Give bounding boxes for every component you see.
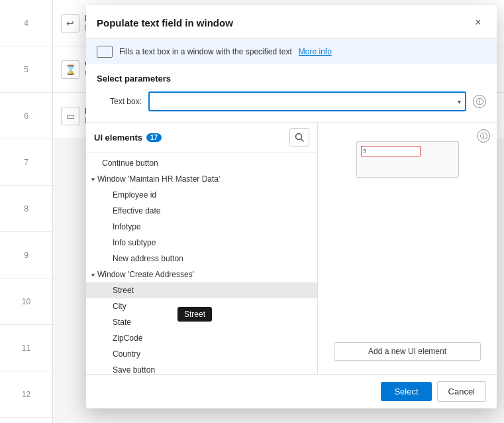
ui-elements-badge: 17 (146, 133, 162, 142)
text-box-info-button[interactable]: ⓘ (473, 95, 486, 108)
add-ui-element-button[interactable]: Add a new UI element (334, 342, 480, 361)
list-item-window-hr[interactable]: ▾ Window 'Maintain HR Master Data' (86, 171, 317, 187)
close-button[interactable]: × (470, 15, 486, 30)
info-subtype-label: Info subtype (113, 238, 156, 247)
row-11: 11 (0, 325, 52, 371)
search-icon (295, 133, 304, 142)
list-item-zipcode[interactable]: ZipCode (86, 330, 317, 346)
window-create-label: Window 'Create Addresses' (97, 270, 194, 279)
cancel-button[interactable]: Cancel (437, 381, 486, 402)
text-box-label: Text box: (97, 97, 142, 106)
dialog-body: UI elements 17 Continue button ▾ (86, 122, 497, 374)
background-rows: 4 5 6 7 8 9 10 11 12 (0, 0, 53, 423)
row-8: 8 (0, 186, 52, 232)
task-4-icon: ↩ (61, 14, 79, 32)
text-box-row: Text box: ▾ ⓘ (97, 91, 486, 111)
dialog-header: Populate text field in window × (86, 5, 497, 39)
row-5: 5 (0, 46, 52, 93)
task-6-icon: ▭ (61, 107, 79, 125)
preview-panel: ⓘ s Add a new UI element (318, 123, 497, 374)
preview-field: s (361, 146, 421, 156)
list-item-effective-date[interactable]: Effective date (86, 203, 317, 219)
dialog-title: Populate text field in window (97, 17, 233, 29)
row-9: 9 (0, 232, 52, 278)
continue-button-label: Continue button (102, 158, 158, 168)
ui-elements-panel: UI elements 17 Continue button ▾ (86, 123, 318, 374)
list-item-window-create[interactable]: ▾ Window 'Create Addresses' (86, 267, 317, 282)
state-label: State (113, 318, 131, 327)
params-section: Select parameters Text box: ▾ ⓘ (86, 64, 497, 122)
preview-info-button[interactable]: ⓘ (477, 129, 490, 143)
ui-elements-list: Continue button ▾ Window 'Maintain HR Ma… (86, 152, 317, 374)
svg-line-1 (301, 139, 304, 142)
row-6: 6 (0, 93, 52, 139)
list-item-new-address-button[interactable]: New address button (86, 251, 317, 267)
search-button[interactable] (289, 128, 309, 147)
list-item-country[interactable]: Country (86, 346, 317, 362)
window-hr-label: Window 'Maintain HR Master Data' (97, 174, 220, 184)
list-item-street[interactable]: Street (86, 282, 317, 298)
list-item-employee-id[interactable]: Employee id (86, 187, 317, 203)
list-item-continue-button[interactable]: Continue button (86, 155, 317, 171)
ui-elements-title: UI elements (94, 133, 142, 143)
zipcode-label: ZipCode (113, 333, 142, 343)
list-item-city[interactable]: City (86, 298, 317, 314)
params-title: Select parameters (97, 74, 486, 84)
city-label: City (113, 302, 126, 311)
country-label: Country (113, 349, 140, 359)
expand-icon-2: ▾ (91, 271, 95, 278)
list-item-save-button[interactable]: Save button (86, 362, 317, 374)
text-box-select[interactable] (148, 91, 466, 111)
employee-id-label: Employee id (113, 190, 156, 200)
info-box-icon (97, 46, 113, 58)
expand-icon: ▾ (91, 176, 95, 183)
ui-elements-header: UI elements 17 (86, 123, 317, 152)
list-item-info-subtype[interactable]: Info subtype (86, 235, 317, 251)
row-10: 10 (0, 278, 52, 325)
ui-elements-title-wrap: UI elements 17 (94, 133, 162, 143)
more-info-link[interactable]: More info (299, 47, 332, 56)
effective-date-label: Effective date (113, 206, 161, 215)
preview-box: s (356, 141, 459, 178)
info-bar-text: Fills a text box in a window with the sp… (119, 47, 292, 56)
list-item-infotype[interactable]: Infotype (86, 219, 317, 235)
row-7: 7 (0, 139, 52, 186)
infotype-label: Infotype (113, 222, 141, 231)
list-item-state[interactable]: State (86, 314, 317, 330)
info-bar: Fills a text box in a window with the sp… (86, 39, 497, 64)
row-12: 12 (0, 371, 52, 418)
dialog-footer: Select Cancel (86, 374, 497, 408)
save-button-label: Save button (113, 365, 155, 374)
dialog: Populate text field in window × Fills a … (86, 5, 497, 408)
row-4: 4 (0, 0, 52, 46)
new-address-button-label: New address button (113, 254, 183, 263)
street-label: Street (113, 286, 134, 295)
text-box-select-wrap: ▾ (148, 91, 466, 111)
task-5-icon: ⌛ (61, 60, 79, 79)
select-button[interactable]: Select (381, 382, 431, 401)
